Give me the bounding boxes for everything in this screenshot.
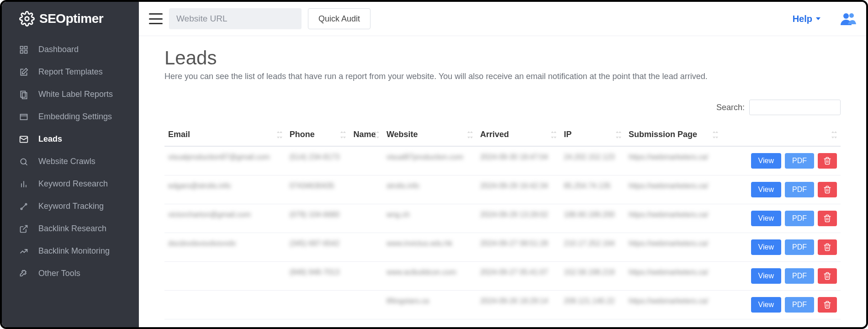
quick-audit-button[interactable]: Quick Audit xyxy=(308,8,370,29)
dashboard-icon xyxy=(19,45,32,54)
help-label: Help xyxy=(793,14,812,24)
cell-phone: 07434630435 xyxy=(286,175,350,204)
cell-ip: 85.254.74.135 xyxy=(560,175,625,204)
sidebar-item-label: Embedding Settings xyxy=(38,112,112,122)
cell-website: visual87production.com xyxy=(383,146,476,175)
sidebar-item-backlink-monitoring[interactable]: Backlink Monitoring xyxy=(2,240,139,262)
view-button[interactable]: View xyxy=(751,297,781,313)
users-icon[interactable] xyxy=(841,12,856,25)
svg-point-14 xyxy=(21,208,22,209)
cell-arrived: 2024-09-27 08:51:28 xyxy=(476,233,560,262)
sort-icon xyxy=(277,131,282,138)
cell-actions: ViewPDF xyxy=(722,146,841,175)
tracking-icon xyxy=(19,202,32,211)
cell-ip: 210.17.252.164 xyxy=(560,233,625,262)
cell-website: strolis.info xyxy=(383,175,476,204)
cell-submission: https://webmarketers.ca/ xyxy=(625,175,722,204)
svg-point-18 xyxy=(843,13,849,19)
cell-ip: 24.202.152.123 xyxy=(560,146,625,175)
brand-logo[interactable]: SEOptimer xyxy=(2,2,139,36)
cell-email: dscdxvdsvsvdvsvvdv xyxy=(164,233,286,262)
sidebar-item-report-templates[interactable]: Report Templates xyxy=(2,61,139,83)
delete-button[interactable] xyxy=(818,239,837,255)
sidebar-item-white-label[interactable]: White Label Reports xyxy=(2,83,139,106)
brand-text: SEOptimer xyxy=(39,11,103,26)
view-button[interactable]: View xyxy=(751,268,781,284)
cell-email xyxy=(164,262,286,291)
cell-website: www.acibuildcon.com xyxy=(383,262,476,291)
cell-email xyxy=(164,291,286,319)
cell-phone xyxy=(286,291,350,319)
tools-icon xyxy=(19,269,32,278)
sidebar-item-leads[interactable]: Leads xyxy=(2,128,139,150)
sort-icon xyxy=(616,131,621,138)
trash-icon xyxy=(823,272,831,280)
cell-actions: ViewPDF xyxy=(722,291,841,319)
column-header[interactable]: Website xyxy=(383,123,476,146)
url-input[interactable] xyxy=(169,8,302,29)
pdf-button[interactable]: PDF xyxy=(785,297,814,313)
column-header[interactable]: IP xyxy=(560,123,625,146)
sidebar-item-kw-tracking[interactable]: Keyword Tracking xyxy=(2,195,139,218)
table-row: (948) 948-7013www.acibuildcon.com2024-09… xyxy=(164,262,841,291)
delete-button[interactable] xyxy=(818,297,837,313)
column-header[interactable]: Email xyxy=(164,123,286,146)
view-button[interactable]: View xyxy=(751,211,781,226)
cell-arrived: 2024-09-29 13:28:02 xyxy=(476,204,560,233)
cell-ip: 188.60.189.200 xyxy=(560,204,625,233)
sort-icon xyxy=(551,131,556,138)
trash-icon xyxy=(823,186,831,194)
sidebar-item-other-tools[interactable]: Other Tools xyxy=(2,262,139,285)
cell-name xyxy=(349,262,382,291)
svg-line-16 xyxy=(22,205,26,208)
pdf-button[interactable]: PDF xyxy=(785,182,814,197)
table-row: visualproduction87@gmail.com(514) 234-81… xyxy=(164,146,841,175)
sidebar-item-label: White Label Reports xyxy=(38,90,113,99)
embed-icon xyxy=(19,112,32,122)
cell-phone: (514) 234-8173 xyxy=(286,146,350,175)
cell-phone: (079) 104-6680 xyxy=(286,204,350,233)
view-button[interactable]: View xyxy=(751,182,781,197)
sidebar-item-backlink-research[interactable]: Backlink Research xyxy=(2,218,139,240)
leads-table: EmailPhoneNameWebsiteArrivedIPSubmission… xyxy=(164,123,841,319)
cell-arrived: 2024-09-26 18:29:14 xyxy=(476,291,560,319)
chevron-down-icon xyxy=(816,17,820,20)
column-header[interactable]: Name xyxy=(349,123,382,146)
cell-actions: ViewPDF xyxy=(722,175,841,204)
svg-point-19 xyxy=(849,13,854,18)
hamburger-icon[interactable] xyxy=(149,13,163,24)
mail-icon xyxy=(19,135,32,144)
search-input[interactable] xyxy=(749,100,841,115)
pdf-button[interactable]: PDF xyxy=(785,239,814,255)
cell-arrived: 2024-09-27 05:41:07 xyxy=(476,262,560,291)
cell-submission: https://webmarketers.ca/ xyxy=(625,262,722,291)
cell-actions: ViewPDF xyxy=(722,233,841,262)
cell-email: edgars@strolis.info xyxy=(164,175,286,204)
sidebar-item-embedding[interactable]: Embedding Settings xyxy=(2,106,139,128)
delete-button[interactable] xyxy=(818,153,837,169)
cell-arrived: 2024-09-29 16:42:34 xyxy=(476,175,560,204)
sidebar-item-label: Dashboard xyxy=(38,45,79,54)
cell-actions: ViewPDF xyxy=(722,262,841,291)
trash-icon xyxy=(823,301,831,309)
cell-phone: (345) 687-6542 xyxy=(286,233,350,262)
pdf-button[interactable]: PDF xyxy=(785,268,814,284)
help-dropdown[interactable]: Help xyxy=(793,14,820,24)
pdf-button[interactable]: PDF xyxy=(785,153,814,169)
delete-button[interactable] xyxy=(818,268,837,284)
column-header[interactable]: Submission Page xyxy=(625,123,722,146)
cell-arrived: 2024-09-30 18:47:04 xyxy=(476,146,560,175)
column-header[interactable]: Arrived xyxy=(476,123,560,146)
cell-ip: 209.121.140.22 xyxy=(560,291,625,319)
view-button[interactable]: View xyxy=(751,153,781,169)
delete-button[interactable] xyxy=(818,182,837,197)
delete-button[interactable] xyxy=(818,211,837,226)
column-header-actions xyxy=(722,123,841,146)
sidebar-item-dashboard[interactable]: Dashboard xyxy=(2,38,139,61)
view-button[interactable]: View xyxy=(751,239,781,255)
sidebar-item-crawls[interactable]: Website Crawls xyxy=(2,150,139,173)
svg-rect-0 xyxy=(21,46,23,49)
column-header[interactable]: Phone xyxy=(286,123,350,146)
sidebar-item-kw-research[interactable]: Keyword Research xyxy=(2,173,139,195)
pdf-button[interactable]: PDF xyxy=(785,211,814,226)
